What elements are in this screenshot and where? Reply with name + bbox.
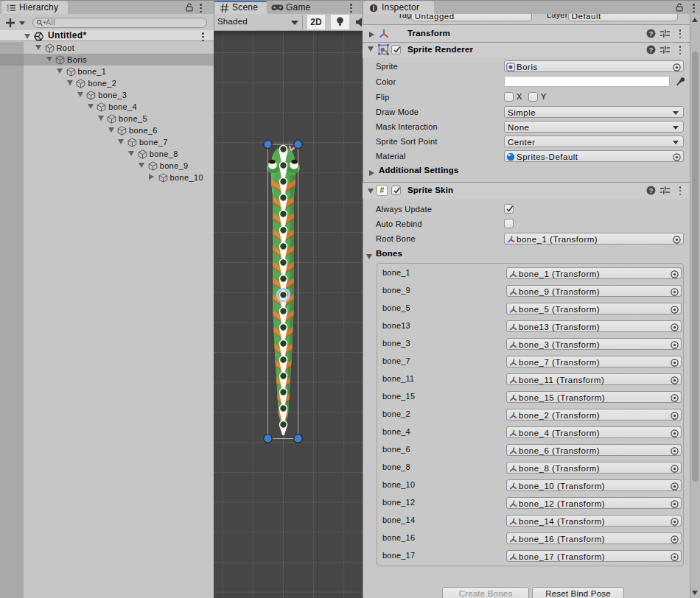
svg-text:#: #: [379, 186, 384, 194]
svg-text:?: ?: [649, 187, 654, 194]
svg-text:?: ?: [649, 30, 654, 38]
svg-text:?: ?: [649, 46, 654, 54]
